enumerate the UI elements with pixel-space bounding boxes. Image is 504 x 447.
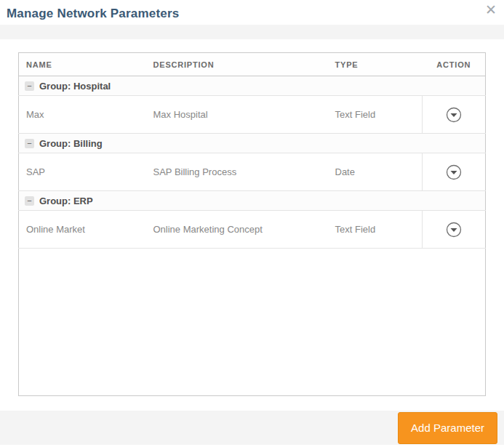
- column-header-type: TYPE: [328, 53, 423, 76]
- group-cell: −Group: ERP: [19, 191, 486, 211]
- parameter-action-cell: [423, 153, 486, 191]
- column-header-name: NAME: [19, 53, 146, 76]
- parameter-description-cell: Max Hospital: [146, 96, 328, 134]
- parameter-description-cell: Online Marketing Concept: [146, 211, 328, 249]
- column-header-action: ACTION: [423, 53, 486, 76]
- group-cell: −Group: Hospital: [19, 76, 486, 96]
- collapse-minus-icon[interactable]: −: [25, 196, 34, 206]
- group-cell: −Group: Billing: [19, 134, 486, 153]
- group-label: Group: ERP: [39, 196, 93, 206]
- dialog-title: Manage Network Parameters: [7, 7, 179, 21]
- parameters-table: NAME DESCRIPTION TYPE ACTION −Group: Hos…: [18, 52, 486, 396]
- column-header-description: DESCRIPTION: [146, 53, 328, 76]
- group-label: Group: Hospital: [39, 81, 111, 92]
- parameter-type-cell: Text Field: [328, 96, 423, 134]
- table-header: NAME DESCRIPTION TYPE ACTION: [19, 53, 486, 76]
- header-divider-band: [0, 25, 504, 39]
- collapse-minus-icon[interactable]: −: [25, 139, 34, 148]
- dialog-body: NAME DESCRIPTION TYPE ACTION −Group: Hos…: [0, 39, 504, 397]
- parameter-type-cell: Text Field: [328, 211, 423, 249]
- group-row: −Group: Billing: [19, 134, 486, 153]
- dialog-footer: Add Parameter: [0, 411, 504, 445]
- add-parameter-button[interactable]: Add Parameter: [398, 412, 497, 444]
- parameter-row: SAPSAP Billing ProcessDate: [19, 153, 486, 191]
- parameter-name-cell: SAP: [19, 153, 146, 191]
- group-row: −Group: ERP: [19, 191, 486, 211]
- parameter-name-cell: Online Market: [19, 211, 146, 249]
- close-icon[interactable]: ✕: [483, 2, 499, 18]
- footer-gap: [0, 397, 504, 411]
- parameter-row: Online MarketOnline Marketing ConceptTex…: [19, 211, 486, 249]
- group-row: −Group: Hospital: [19, 76, 486, 96]
- caret-down-circle-icon[interactable]: [446, 222, 462, 238]
- empty-table-area: [19, 249, 486, 396]
- collapse-minus-icon[interactable]: −: [25, 81, 34, 91]
- parameter-row: MaxMax HospitalText Field: [19, 96, 486, 134]
- group-label: Group: Billing: [39, 138, 103, 149]
- manage-network-parameters-dialog: Manage Network Parameters ✕ NAME DESCRIP…: [0, 0, 504, 447]
- table-header-row: NAME DESCRIPTION TYPE ACTION: [19, 53, 486, 76]
- caret-down-circle-icon[interactable]: [446, 164, 462, 180]
- parameter-type-cell: Date: [328, 153, 423, 191]
- caret-down-circle-icon[interactable]: [446, 107, 462, 123]
- parameter-name-cell: Max: [19, 96, 146, 134]
- parameters-table-body: −Group: HospitalMaxMax HospitalText Fiel…: [19, 76, 486, 396]
- parameter-action-cell: [423, 96, 486, 134]
- parameter-description-cell: SAP Billing Process: [146, 153, 328, 191]
- parameter-action-cell: [423, 211, 486, 249]
- dialog-header: Manage Network Parameters ✕: [0, 0, 504, 25]
